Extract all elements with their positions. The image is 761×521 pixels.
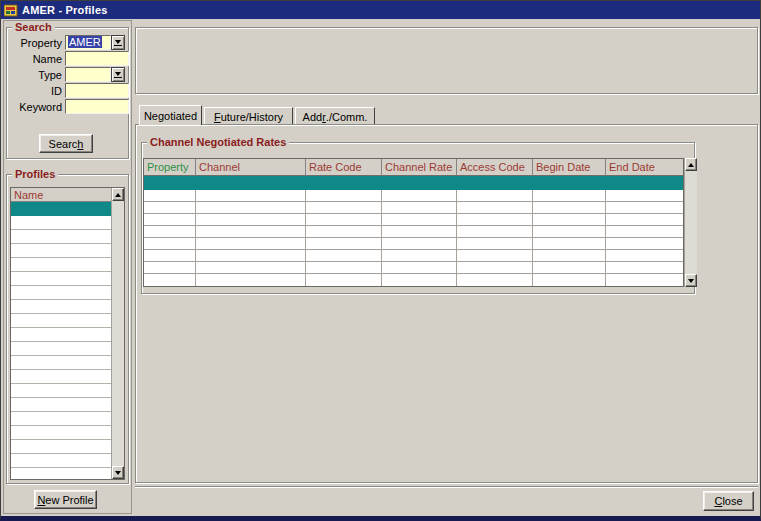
profiles-list[interactable]: Name xyxy=(10,187,125,480)
profiles-list-item[interactable] xyxy=(11,342,112,356)
table-cell xyxy=(457,250,533,261)
scroll-track[interactable] xyxy=(685,171,697,274)
table-row[interactable] xyxy=(144,274,683,286)
profiles-list-item[interactable] xyxy=(11,454,112,468)
profiles-list-item[interactable] xyxy=(11,468,112,479)
table-cell xyxy=(533,214,606,225)
profiles-list-item[interactable] xyxy=(11,384,112,398)
table-row[interactable] xyxy=(144,250,683,262)
table-cell xyxy=(533,238,606,249)
tab-addr-comm[interactable]: Addr./Comm. xyxy=(295,107,375,125)
keyword-label: Keyword xyxy=(7,100,62,114)
table-cell xyxy=(306,274,382,286)
name-label: Name xyxy=(7,52,62,66)
table-cell xyxy=(457,190,533,201)
table-cell xyxy=(306,226,382,237)
arrow-up-icon xyxy=(115,193,121,197)
type-lov-button[interactable] xyxy=(111,67,125,82)
table-cell xyxy=(144,202,196,213)
id-input[interactable] xyxy=(65,83,129,98)
profiles-list-item[interactable] xyxy=(11,202,112,216)
arrow-down-icon xyxy=(688,279,694,283)
table-cell xyxy=(144,214,196,225)
table-cell xyxy=(533,226,606,237)
profiles-list-item[interactable] xyxy=(11,216,112,230)
profiles-list-item[interactable] xyxy=(11,314,112,328)
window-icon xyxy=(4,4,18,17)
table-cell xyxy=(306,262,382,273)
table-row[interactable] xyxy=(144,262,683,274)
table-row[interactable] xyxy=(144,190,683,202)
property-input[interactable]: AMER xyxy=(65,35,111,50)
table-cell xyxy=(382,262,457,273)
profiles-list-item[interactable] xyxy=(11,230,112,244)
column-header: End Date xyxy=(606,159,683,176)
table-cell xyxy=(382,274,457,286)
property-lov-button[interactable] xyxy=(111,35,125,50)
profiles-list-item[interactable] xyxy=(11,328,112,342)
table-row[interactable] xyxy=(144,214,683,226)
profiles-list-item[interactable] xyxy=(11,300,112,314)
titlebar[interactable]: AMER - Profiles xyxy=(1,1,760,19)
arrow-up-icon xyxy=(688,163,694,167)
scroll-down-button[interactable] xyxy=(112,466,124,479)
new-profile-button[interactable]: New Profile xyxy=(34,490,97,509)
table-cell xyxy=(382,202,457,213)
table-cell xyxy=(196,238,306,249)
tab-future-history[interactable]: Future/History xyxy=(204,107,293,125)
column-header: Channel Rate xyxy=(382,159,457,176)
table-cell xyxy=(533,202,606,213)
table-row[interactable] xyxy=(144,176,683,190)
name-input[interactable] xyxy=(65,51,129,66)
table-cell xyxy=(144,262,196,273)
table-cell xyxy=(606,176,683,190)
type-input[interactable] xyxy=(65,67,111,82)
profiles-list-item[interactable] xyxy=(11,412,112,426)
table-cell xyxy=(144,190,196,201)
scroll-down-button[interactable] xyxy=(685,274,697,287)
table-cell xyxy=(533,250,606,261)
column-header: Channel xyxy=(196,159,306,176)
search-button[interactable]: Search xyxy=(39,134,93,153)
profiles-list-item[interactable] xyxy=(11,272,112,286)
table-cell xyxy=(606,238,683,249)
table-cell xyxy=(382,176,457,190)
table-row[interactable] xyxy=(144,202,683,214)
profiles-list-item[interactable] xyxy=(11,286,112,300)
table-cell xyxy=(144,250,196,261)
table-cell xyxy=(606,190,683,201)
scroll-up-button[interactable] xyxy=(685,158,697,171)
profiles-scrollbar[interactable] xyxy=(111,188,124,479)
profiles-window: AMER - Profiles Search Property AMER Nam… xyxy=(0,0,761,521)
scroll-track[interactable] xyxy=(112,201,124,466)
table-cell xyxy=(196,262,306,273)
table-cell xyxy=(606,226,683,237)
keyword-input[interactable] xyxy=(65,99,129,114)
table-cell xyxy=(196,176,306,190)
scroll-up-button[interactable] xyxy=(112,188,124,201)
rates-scrollbar[interactable] xyxy=(684,158,697,287)
table-cell xyxy=(144,238,196,249)
arrow-down-icon xyxy=(115,471,121,475)
profiles-list-item[interactable] xyxy=(11,426,112,440)
table-row[interactable] xyxy=(144,226,683,238)
profiles-list-item[interactable] xyxy=(11,244,112,258)
table-cell xyxy=(196,214,306,225)
table-cell xyxy=(306,250,382,261)
close-button[interactable]: Close xyxy=(703,491,754,511)
tab-negotiated[interactable]: Negotiated xyxy=(139,105,202,125)
table-row[interactable] xyxy=(144,238,683,250)
table-cell xyxy=(306,190,382,201)
lov-arrow-icon xyxy=(115,72,121,76)
id-label: ID xyxy=(7,84,62,98)
profiles-list-item[interactable] xyxy=(11,370,112,384)
table-cell xyxy=(196,226,306,237)
profiles-list-item[interactable] xyxy=(11,258,112,272)
profiles-list-item[interactable] xyxy=(11,398,112,412)
column-header: Rate Code xyxy=(306,159,382,176)
rates-table[interactable]: PropertyChannelRate CodeChannel RateAcce… xyxy=(143,158,684,287)
rates-group-label: Channel Negotiated Rates xyxy=(147,136,289,148)
profiles-list-item[interactable] xyxy=(11,440,112,454)
table-cell xyxy=(606,274,683,286)
profiles-list-item[interactable] xyxy=(11,356,112,370)
